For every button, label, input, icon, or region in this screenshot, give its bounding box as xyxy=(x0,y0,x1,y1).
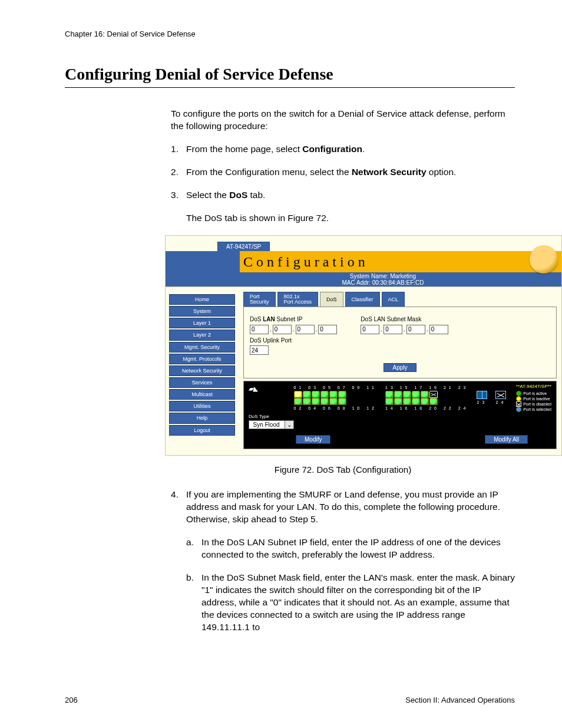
sidebar-item-services[interactable]: Services xyxy=(169,377,235,388)
sidebar-item-layer1[interactable]: Layer 1 xyxy=(169,318,235,328)
tab-port-security[interactable]: Port Security xyxy=(243,292,276,307)
page-title: Configuring Denial of Service Defense xyxy=(65,65,515,84)
legend-selected-icon xyxy=(516,407,521,412)
port-1[interactable] xyxy=(294,391,302,398)
banner: Configuration xyxy=(166,251,561,272)
tab-row: Port Security 802.1x Port Access DoS Cla… xyxy=(243,292,557,307)
mask-octet-1[interactable] xyxy=(361,325,379,334)
legend-inactive-icon xyxy=(516,396,521,401)
step-3: Select the DoS tab. The DoS tab is shown… xyxy=(171,189,515,225)
port-labels-bot-b: 14 16 18 20 22 24 xyxy=(385,406,468,411)
banner-title: Configuration xyxy=(243,252,369,271)
sidebar-item-mgmt-security[interactable]: Mgmt. Security xyxy=(169,342,235,353)
sidebar-item-system[interactable]: System xyxy=(169,306,235,317)
port-11[interactable] xyxy=(338,391,346,398)
ip-octet-1[interactable] xyxy=(250,325,269,334)
uplink-port-input[interactable] xyxy=(250,345,269,355)
title-rule xyxy=(65,87,515,88)
tab-acl[interactable]: ACL xyxy=(382,292,405,307)
chapter-header: Chapter 16: Denial of Service Defense xyxy=(65,29,515,38)
uplink-label-23: 23 xyxy=(477,400,488,405)
port-21[interactable] xyxy=(421,391,429,398)
intro-text: To configure the ports on the switch for… xyxy=(171,108,515,133)
dos-type-select[interactable]: Syn Flood ⌄ xyxy=(249,420,294,430)
mac-addr: MAC Addr: 00:30:84:AB:EF:CD xyxy=(240,279,526,286)
port-24[interactable] xyxy=(429,398,438,405)
port-legend: Port is active Port is inactive Port is … xyxy=(516,391,551,412)
lan-subnet-ip-input[interactable]: . . . xyxy=(250,325,337,334)
page-number: 206 xyxy=(65,696,78,704)
system-name: System Name: Marketing xyxy=(240,273,526,279)
sidebar-item-logout[interactable]: Logout xyxy=(169,425,235,436)
port-13[interactable] xyxy=(385,391,394,398)
port-labels-top-a: 01 03 05 07 09 11 xyxy=(294,385,377,390)
modify-button[interactable]: Modify xyxy=(296,435,330,444)
sidebar-item-help[interactable]: Help xyxy=(169,413,235,423)
port-6[interactable] xyxy=(312,398,320,405)
port-12[interactable] xyxy=(338,398,346,405)
tab-port-access[interactable]: 802.1x Port Access xyxy=(277,292,319,307)
sidebar-item-mgmt-protocols[interactable]: Mgmt. Protocols xyxy=(169,354,235,364)
uplink-port-24[interactable] xyxy=(495,391,506,399)
lan-subnet-mask-label: DoS LAN Subnet Mask xyxy=(361,315,448,324)
port-22[interactable] xyxy=(421,398,429,405)
port-14[interactable] xyxy=(385,398,394,405)
legend-disabled-icon xyxy=(516,401,521,407)
tab-dos[interactable]: DoS xyxy=(320,292,343,307)
modify-all-button[interactable]: Modify All xyxy=(485,435,528,444)
figure-caption: Figure 72. DoS Tab (Configuration) xyxy=(171,464,515,476)
port-15[interactable] xyxy=(394,391,402,398)
port-17[interactable] xyxy=(403,391,411,398)
footer-section: Section II: Advanced Operations xyxy=(405,696,515,704)
mask-octet-4[interactable] xyxy=(429,325,448,334)
port-4[interactable] xyxy=(303,398,311,405)
ip-octet-2[interactable] xyxy=(273,325,292,334)
dos-type-label: DoS Type xyxy=(249,414,269,420)
mask-octet-2[interactable] xyxy=(384,325,402,334)
vendor-logo-icon: ▰◣ xyxy=(249,385,258,393)
port-9[interactable] xyxy=(329,391,338,398)
port-18[interactable] xyxy=(403,398,411,405)
ip-octet-4[interactable] xyxy=(318,325,337,334)
step-3-note: The DoS tab is shown in Figure 72. xyxy=(186,212,515,225)
step-1: From the home page, select Configuration… xyxy=(171,143,515,156)
seal-icon xyxy=(530,245,558,274)
port-labels-bot-a: 02 04 06 08 10 12 xyxy=(294,406,377,411)
port-16[interactable] xyxy=(394,398,402,405)
sidebar-item-network-security[interactable]: Network Security xyxy=(169,365,235,376)
port-23[interactable] xyxy=(429,391,438,398)
step-4b: In the DoS Subnet Mask field, enter the … xyxy=(186,572,515,634)
model-label: **AT-9424T/SP** xyxy=(516,384,551,390)
uplink-port-23[interactable] xyxy=(477,391,487,399)
apply-button[interactable]: Apply xyxy=(384,363,416,372)
dos-type-value: Syn Flood xyxy=(249,421,285,429)
port-5[interactable] xyxy=(312,391,320,398)
port-3[interactable] xyxy=(303,391,311,398)
uplink-label-24: 24 xyxy=(496,400,507,405)
figure-72-screenshot: AT-9424T/SP Configuration System Name: M… xyxy=(165,235,562,456)
port-7[interactable] xyxy=(320,391,329,398)
model-tab[interactable]: AT-9424T/SP xyxy=(217,242,270,252)
port-20[interactable] xyxy=(412,398,420,405)
lan-subnet-ip-label: DoS LAN Subnet IP xyxy=(250,315,337,324)
sidebar-item-utilities[interactable]: Utilities xyxy=(169,401,235,411)
port-status-panel: ▰◣ **AT-9424T/SP** Port is active Port i… xyxy=(243,381,557,449)
uplink-port-label: DoS Uplink Port xyxy=(250,337,337,345)
port-labels-top-b: 13 15 17 19 21 23 xyxy=(385,385,468,390)
lan-subnet-mask-input[interactable]: . . . xyxy=(361,325,448,334)
legend-active-icon xyxy=(516,391,521,396)
tab-classifier[interactable]: Classifier xyxy=(345,292,380,307)
sidebar: Home System Layer 1 Layer 2 Mgmt. Securi… xyxy=(166,287,239,455)
ip-octet-3[interactable] xyxy=(296,325,315,334)
port-2[interactable] xyxy=(294,398,302,405)
step-4a: In the DoS LAN Subnet IP field, enter th… xyxy=(186,536,515,561)
port-19[interactable] xyxy=(412,391,420,398)
port-10[interactable] xyxy=(329,398,338,405)
mask-octet-3[interactable] xyxy=(406,325,425,334)
sidebar-item-multicast[interactable]: Multicast xyxy=(169,389,235,400)
sidebar-item-home[interactable]: Home xyxy=(169,294,235,305)
chevron-down-icon: ⌄ xyxy=(285,421,293,429)
port-8[interactable] xyxy=(320,398,329,405)
sidebar-item-layer2[interactable]: Layer 2 xyxy=(169,330,235,340)
step-4: If you are implementing the SMURF or Lan… xyxy=(171,489,515,633)
